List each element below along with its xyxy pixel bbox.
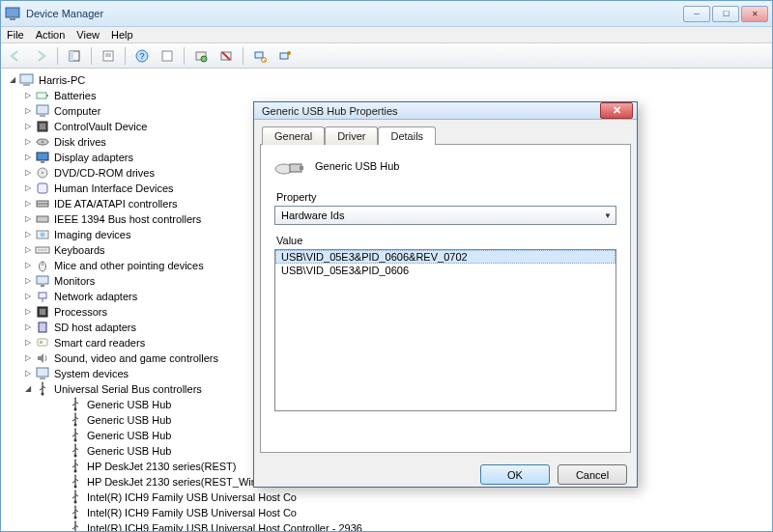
svg-marker-73 [74, 520, 76, 522]
expand-icon[interactable]: ▷ [22, 369, 33, 379]
expand-icon[interactable]: ▷ [22, 338, 33, 349]
svg-rect-26 [40, 124, 45, 129]
tab-general[interactable]: General [262, 126, 325, 145]
tree-item[interactable]: ▷Intel(R) ICH9 Family USB Universal Host… [55, 505, 772, 520]
expand-icon[interactable]: ▷ [22, 292, 33, 302]
svg-rect-0 [6, 8, 19, 17]
expand-icon[interactable]: ▷ [22, 353, 33, 364]
show-hide-button[interactable] [64, 45, 85, 67]
scan-hardware-button[interactable] [249, 45, 271, 67]
dialog-buttons: OK Cancel [254, 459, 637, 493]
tree-item-label: Monitors [54, 273, 95, 289]
tab-content: Generic USB Hub Property Hardware Ids ▼ … [260, 144, 631, 453]
expand-icon[interactable]: ▷ [22, 261, 33, 271]
collapse-icon[interactable]: ◢ [7, 75, 17, 86]
expand-icon[interactable]: ▷ [22, 322, 33, 333]
dialog-titlebar[interactable]: Generic USB Hub Properties ✕ [254, 102, 637, 120]
properties-button[interactable] [98, 45, 119, 67]
svg-point-56 [74, 408, 77, 411]
svg-point-64 [74, 470, 77, 473]
usb-icon [68, 412, 83, 428]
menu-help[interactable]: Help [111, 29, 133, 41]
expand-icon[interactable]: ▷ [22, 183, 33, 194]
dialog-close-button[interactable]: ✕ [600, 102, 633, 119]
cancel-button[interactable]: Cancel [558, 464, 627, 485]
close-button[interactable]: ✕ [741, 6, 768, 22]
value-label: Value [276, 235, 616, 246]
svg-rect-52 [37, 368, 48, 377]
tree-item-label: Display adapters [54, 150, 133, 165]
action-icon[interactable] [157, 45, 178, 67]
sound-icon [35, 350, 50, 366]
back-button[interactable] [5, 45, 26, 67]
expand-icon[interactable]: ▷ [22, 168, 33, 179]
tab-details[interactable]: Details [378, 126, 436, 145]
collapse-icon[interactable]: ◢ [22, 384, 33, 395]
help-button[interactable]: ? [131, 45, 153, 67]
menu-view[interactable]: View [76, 29, 100, 41]
tree-item-label: Intel(R) ICH9 Family USB Universal Host … [87, 505, 297, 520]
app-icon [5, 6, 20, 21]
svg-rect-30 [41, 161, 44, 163]
ok-button[interactable]: OK [480, 464, 550, 485]
forward-button[interactable] [30, 45, 51, 67]
svg-rect-49 [39, 322, 46, 332]
sd-icon [35, 320, 50, 335]
svg-rect-1 [10, 18, 15, 20]
expand-icon[interactable]: ▷ [22, 276, 33, 287]
tree-item-label: Universal Serial Bus controllers [54, 381, 202, 397]
dialog-body: General Driver Details Generic USB Hub P… [254, 120, 637, 459]
update-driver-button[interactable] [190, 45, 212, 67]
svg-rect-21 [37, 93, 46, 98]
svg-text:?: ? [139, 51, 144, 61]
expand-icon[interactable]: ▷ [22, 199, 33, 210]
expand-icon[interactable]: ▷ [22, 214, 33, 225]
tabstrip: General Driver Details Generic USB Hub P… [260, 126, 631, 453]
expand-icon[interactable]: ▷ [22, 106, 33, 117]
battery-icon [35, 88, 50, 103]
usb-icon [68, 459, 83, 474]
svg-rect-43 [37, 276, 48, 284]
svg-marker-55 [42, 381, 43, 383]
tree-root[interactable]: ◢ Harris-PC [7, 72, 772, 88]
tree-item-label: Generic USB Hub [87, 443, 171, 459]
svg-point-70 [74, 517, 77, 519]
svg-rect-14 [255, 52, 263, 58]
minimize-button[interactable]: ─ [683, 6, 710, 22]
maximize-button[interactable]: ☐ [712, 6, 739, 22]
window-controls: ─ ☐ ✕ [683, 6, 768, 22]
usb-icon [68, 490, 83, 505]
menu-file[interactable]: File [7, 29, 24, 41]
ieee-icon [35, 211, 50, 227]
properties-dialog: Generic USB Hub Properties ✕ General Dri… [253, 101, 638, 488]
tree-item-label: Processors [54, 304, 107, 320]
menubar: File Action View Help [1, 27, 772, 43]
svg-point-60 [74, 439, 77, 442]
expand-icon[interactable]: ▷ [22, 122, 33, 132]
tab-driver[interactable]: Driver [325, 126, 378, 145]
toolbar: ? [1, 43, 772, 69]
value-item[interactable]: USB\VID_05E3&PID_0606&REV_0702 [275, 250, 616, 264]
tree-item-label: HP DeskJet 2130 series(REST) [87, 459, 236, 474]
computer-icon [19, 72, 35, 88]
tree-item-label: DVD/CD-ROM drives [54, 165, 155, 181]
tree-item[interactable]: ▷Intel(R) ICH9 Family USB Universal Host… [55, 520, 772, 531]
system-icon [35, 366, 50, 381]
expand-icon[interactable]: ▷ [22, 153, 33, 163]
value-list[interactable]: USB\VID_05E3&PID_0606&REV_0702USB\VID_05… [274, 249, 616, 411]
expand-icon[interactable]: ▷ [22, 137, 33, 148]
value-item[interactable]: USB\VID_05E3&PID_0606 [275, 264, 616, 277]
chevron-down-icon: ▼ [604, 211, 612, 220]
menu-action[interactable]: Action [36, 29, 66, 41]
titlebar[interactable]: Device Manager ─ ☐ ✕ [1, 1, 772, 27]
uninstall-button[interactable] [215, 45, 237, 67]
expand-icon[interactable]: ▷ [22, 230, 33, 240]
svg-point-54 [42, 393, 44, 396]
svg-marker-69 [74, 490, 76, 491]
tool-icon[interactable] [274, 45, 296, 67]
expand-icon[interactable]: ▷ [22, 307, 33, 318]
expand-icon[interactable]: ▷ [22, 91, 33, 101]
property-dropdown[interactable]: Hardware Ids ▼ [274, 206, 616, 225]
expand-icon[interactable]: ▷ [22, 245, 33, 256]
usb-plug-icon [274, 154, 305, 178]
